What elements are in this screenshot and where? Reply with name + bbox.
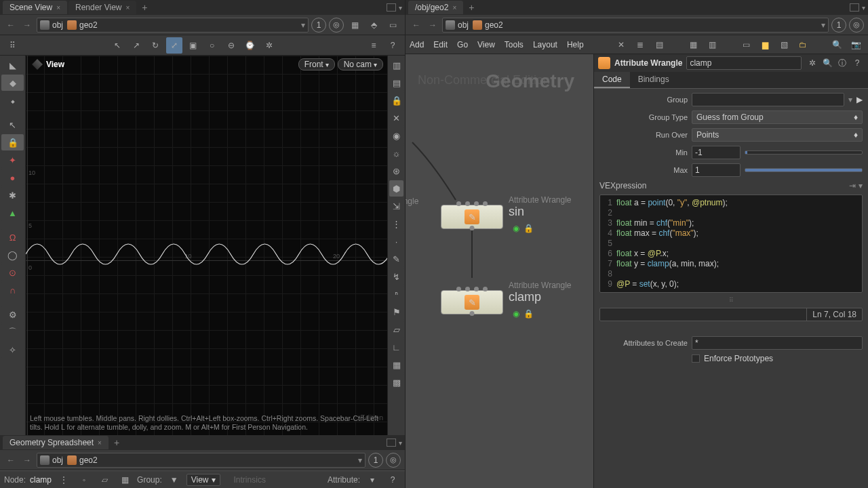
- display-opts-icon[interactable]: ≡: [366, 37, 382, 54]
- move-icon[interactable]: ↗: [128, 37, 144, 54]
- grid-icon[interactable]: ▥: [704, 37, 720, 53]
- add-tab-button[interactable]: +: [110, 437, 123, 448]
- chevron-down-icon[interactable]: ▾: [364, 472, 380, 488]
- magnet-icon[interactable]: Ω: [1, 229, 24, 245]
- add-tab-button[interactable]: +: [138, 2, 151, 13]
- close-icon[interactable]: ×: [56, 4, 60, 12]
- path-field[interactable]: obj geo2 ▾: [442, 18, 829, 33]
- close-icon[interactable]: ×: [452, 4, 456, 12]
- menu-layout[interactable]: Layout: [533, 40, 557, 49]
- tool-icon[interactable]: ○: [204, 37, 220, 54]
- tool-icon[interactable]: ⌒: [1, 324, 24, 340]
- maximize-icon[interactable]: [850, 3, 859, 12]
- min-slider[interactable]: [745, 150, 863, 155]
- icon[interactable]: ▱: [389, 321, 403, 338]
- grouptype-dropdown[interactable]: Guess from Group♦: [692, 110, 863, 124]
- tool-icon[interactable]: ⌚: [242, 37, 258, 54]
- link-button[interactable]: ◎: [849, 18, 864, 33]
- tool-icon[interactable]: ◯: [1, 247, 24, 263]
- menu-view[interactable]: View: [477, 40, 495, 49]
- pin-button[interactable]: 1: [311, 18, 326, 33]
- vex-editor[interactable]: 1float a = point(0, "y", @ptnum); 2 3flo…: [599, 195, 863, 293]
- forward-button[interactable]: →: [20, 18, 34, 32]
- gear-icon[interactable]: ⚙: [1, 306, 24, 323]
- close-icon[interactable]: ×: [125, 4, 130, 12]
- attrs-create-field[interactable]: [692, 336, 863, 350]
- gear-icon[interactable]: ✲: [806, 56, 819, 70]
- shade-icon[interactable]: ▤: [389, 75, 403, 91]
- scale-icon[interactable]: ⤢: [166, 37, 182, 54]
- grid-icon[interactable]: ▦: [685, 37, 701, 53]
- flag-icon[interactable]: ⚑: [389, 304, 403, 320]
- menu-add[interactable]: Add: [410, 40, 424, 49]
- view-cam-dropdown[interactable]: No cam▾: [338, 58, 383, 70]
- forward-button[interactable]: →: [426, 18, 439, 32]
- camera-icon[interactable]: 📷: [848, 37, 864, 53]
- tool-icon[interactable]: ⊙: [1, 264, 24, 281]
- back-button[interactable]: ←: [4, 453, 18, 467]
- tool-icon[interactable]: ⬥: [1, 92, 24, 108]
- points-icon[interactable]: ⋮: [56, 472, 72, 488]
- runover-dropdown[interactable]: Points♦: [692, 128, 863, 142]
- icon[interactable]: ⬢: [389, 180, 403, 197]
- lock-icon[interactable]: 🔒: [1, 134, 24, 150]
- list-icon[interactable]: ≣: [632, 37, 648, 53]
- gear-icon[interactable]: ✲: [261, 37, 277, 54]
- chevron-down-icon[interactable]: ▾: [358, 455, 362, 465]
- brush-icon[interactable]: ✎: [389, 251, 403, 267]
- snap-icon[interactable]: ▣: [185, 37, 201, 54]
- arrow-icon[interactable]: ▶: [856, 95, 863, 104]
- menu-tools[interactable]: Tools: [505, 40, 524, 49]
- path-field[interactable]: obj geo2 ▾: [37, 18, 309, 33]
- tab-code[interactable]: Code: [594, 72, 630, 88]
- help-icon[interactable]: ?: [850, 56, 864, 70]
- tool-icon[interactable]: ✱: [1, 187, 24, 203]
- forward-button[interactable]: →: [20, 453, 34, 467]
- max-field[interactable]: [692, 163, 741, 177]
- viewport[interactable]: 10 5 0 10 20 View Front▾ No cam▾ Left mo…: [26, 56, 387, 435]
- prims-icon[interactable]: ▱: [96, 472, 113, 488]
- shade-icon[interactable]: ▥: [389, 57, 403, 73]
- node-name-field[interactable]: [686, 56, 802, 70]
- note-icon[interactable]: ▭: [738, 37, 754, 53]
- node-graph[interactable]: Non-Commercial Edition Geometry angle ✎ …: [406, 54, 593, 488]
- wrench-icon[interactable]: ✕: [613, 37, 629, 53]
- tool-icon[interactable]: ⬘: [366, 17, 382, 33]
- tool-icon[interactable]: ◆: [1, 75, 24, 91]
- back-button[interactable]: ←: [410, 18, 423, 32]
- tab-scene-view[interactable]: Scene View×: [3, 1, 67, 14]
- detail-icon[interactable]: ▦: [117, 472, 133, 488]
- node-flags[interactable]: ◉🔒: [513, 309, 534, 319]
- add-tab-button[interactable]: +: [465, 2, 478, 13]
- tool-icon[interactable]: ●: [1, 169, 24, 186]
- view-dropdown[interactable]: View▾: [186, 474, 220, 486]
- icon[interactable]: ▦: [389, 357, 403, 373]
- node-clamp[interactable]: ✎: [441, 290, 503, 314]
- tab-network[interactable]: /obj/geo2×: [408, 1, 463, 14]
- pin-button[interactable]: 1: [831, 18, 846, 33]
- node-sin[interactable]: ✎: [441, 205, 503, 229]
- tool-icon[interactable]: ▦: [347, 17, 363, 33]
- icon[interactable]: ↯: [389, 268, 403, 285]
- icon[interactable]: ∟: [389, 339, 403, 355]
- select-icon[interactable]: ↖: [109, 37, 125, 54]
- maximize-icon[interactable]: [387, 439, 396, 447]
- globe-icon[interactable]: ◉: [389, 127, 403, 144]
- maximize-icon[interactable]: [387, 3, 396, 12]
- chevron-down-icon[interactable]: ▾: [301, 20, 305, 30]
- min-field[interactable]: [692, 146, 741, 159]
- magnet-icon[interactable]: ∩: [1, 282, 24, 298]
- group-field[interactable]: [692, 93, 844, 106]
- chevron-down-icon[interactable]: ▾: [859, 181, 863, 190]
- chevron-down-icon[interactable]: ▾: [399, 4, 402, 12]
- search-icon[interactable]: 🔍: [829, 37, 845, 53]
- node-flags[interactable]: ◉🔒: [513, 224, 534, 233]
- grid-icon[interactable]: ⠿: [4, 37, 20, 54]
- light-icon[interactable]: ☼: [389, 145, 403, 161]
- close-icon[interactable]: ×: [98, 439, 102, 447]
- tab-geometry-spreadsheet[interactable]: Geometry Spreadsheet×: [3, 436, 108, 449]
- icon[interactable]: ⁿ: [389, 286, 403, 302]
- tool-icon[interactable]: ▭: [384, 17, 401, 33]
- enforce-prototypes-checkbox[interactable]: Enforce Prototypes: [692, 354, 863, 363]
- list-icon[interactable]: ▤: [651, 37, 667, 53]
